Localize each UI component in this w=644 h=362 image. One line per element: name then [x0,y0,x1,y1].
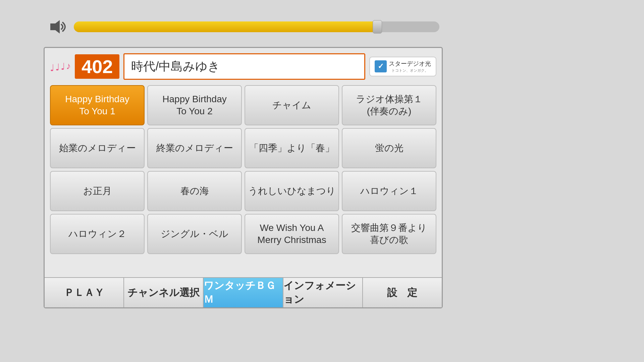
tab-info[interactable]: インフォメーション [283,278,363,307]
volume-fill [74,21,377,32]
grid-button-btn12[interactable]: ハロウィン１ [342,171,436,211]
music-notes: ♩ ♩ ♩ ♪ [50,62,71,71]
grid-area: Happy Birthday To You 1Happy Birthday To… [45,84,442,257]
grid-button-btn9[interactable]: お正月 [50,171,145,211]
tab-channel[interactable]: チャンネル選択 [124,278,204,307]
grid-button-btn11[interactable]: うれしいひなまつり [245,171,339,211]
song-title: 時代/中島みゆき [123,53,365,80]
logo-subtext: トコトン、オンガク。 [389,68,431,73]
svg-marker-0 [50,20,60,34]
logo-check-icon: ✓ [375,60,387,72]
grid-button-btn4[interactable]: ラジオ体操第１ (伴奏のみ) [342,85,436,125]
grid-button-btn15[interactable]: We Wish You A Merry Christmas [245,214,339,254]
volume-track[interactable] [74,21,439,32]
note-2: ♩ [55,63,60,72]
grid-button-btn10[interactable]: 春の海 [147,171,242,211]
grid-button-btn8[interactable]: 蛍の光 [342,128,436,168]
tab-play[interactable]: ＰＬＡＹ [45,278,124,307]
grid-button-btn3[interactable]: チャイム [245,85,339,125]
note-1: ♩ [50,63,54,73]
volume-bar-area [47,17,439,37]
note-3: ♩ [61,62,65,71]
volume-thumb[interactable] [373,20,382,34]
tab-bar: ＰＬＡＹチャンネル選択ワンタッチＢＧＭインフォメーション設 定 [45,277,442,307]
grid-button-btn2[interactable]: Happy Birthday To You 2 [147,85,242,125]
tab-bgm[interactable]: ワンタッチＢＧＭ [204,278,283,307]
grid-button-btn5[interactable]: 始業のメロディー [50,128,145,168]
grid-button-btn7[interactable]: 「四季」より「春」 [245,128,339,168]
grid-button-btn6[interactable]: 終業のメロディー [147,128,242,168]
logo-box: ✓ スターデジオ光 トコトン、オンガク。 [369,57,436,76]
button-grid: Happy Birthday To You 1Happy Birthday To… [50,85,436,254]
grid-button-btn13[interactable]: ハロウィン２ [50,214,145,254]
main-panel: ♩ ♩ ♩ ♪ 402 時代/中島みゆき ✓ スターデジオ光 トコトン、オンガク… [44,47,443,308]
note-4: ♪ [66,61,71,71]
grid-button-btn14[interactable]: ジングル・ベル [147,214,242,254]
header-row: ♩ ♩ ♩ ♪ 402 時代/中島みゆき ✓ スターデジオ光 トコトン、オンガク… [45,48,442,84]
volume-icon [47,17,67,37]
grid-button-btn1[interactable]: Happy Birthday To You 1 [50,85,145,125]
tab-settings[interactable]: 設 定 [363,278,442,307]
channel-number: 402 [75,54,119,79]
logo-name: スターデジオ光 [389,60,431,68]
grid-button-btn16[interactable]: 交響曲第９番より 喜びの歌 [342,214,436,254]
